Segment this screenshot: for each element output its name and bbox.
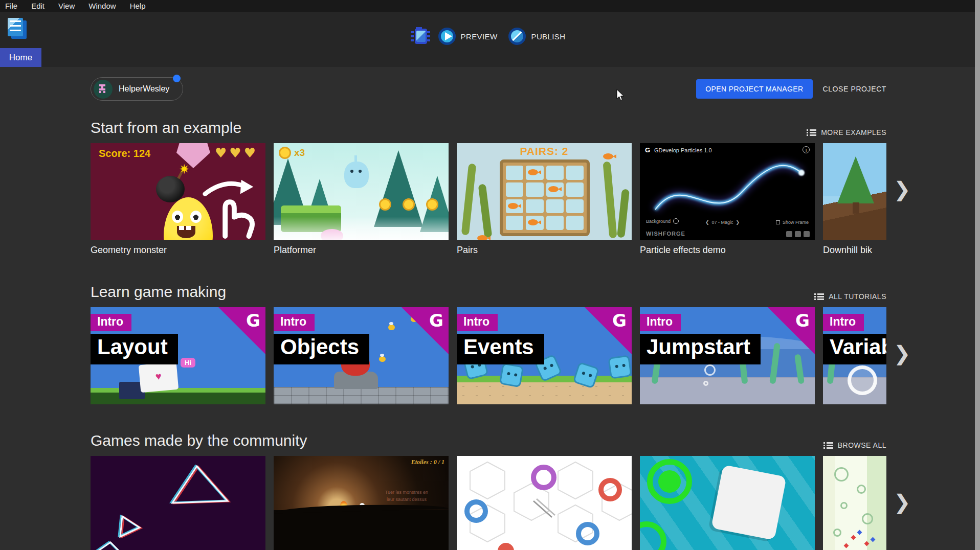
pairs-thumbnail: PAIRS: 2	[457, 143, 632, 240]
intro-badge: Intro	[91, 314, 131, 331]
play-icon	[438, 28, 456, 45]
example-card-geometry-monster[interactable]: Score: 124 ♥♥♥ ✷ Geometry monste	[91, 143, 265, 256]
show-frame-control: Show Frame	[776, 220, 809, 225]
tutorial-jumpstart-thumbnail: G Intro Jumpstart	[640, 307, 815, 404]
tutorial-card-layout[interactable]: ♥ Hi G Intro Layout	[91, 307, 265, 404]
list-icon	[823, 442, 833, 449]
tutorials-row: ♥ Hi G Intro Layout G	[91, 307, 980, 404]
card-label: Geometry monster	[91, 245, 265, 256]
laptop-graphic: ♥	[139, 362, 179, 393]
tutorial-card-events[interactable]: G Intro Events	[457, 307, 632, 404]
platformer-thumbnail: x3	[274, 143, 449, 240]
menu-bar: File Edit View Window Help	[0, 0, 980, 12]
white-square	[711, 465, 787, 540]
community-row: Etoiles : 0 / 1 Tuer les monstres en leu…	[91, 456, 980, 550]
community-card-2[interactable]: Etoiles : 0 / 1 Tuer les monstres en leu…	[274, 456, 449, 550]
section-title-tutorials: Learn game making	[91, 283, 226, 301]
gdevelop-g-icon: G	[795, 310, 810, 331]
more-examples-button[interactable]: MORE EXAMPLES	[807, 128, 886, 136]
tutorial-title: Objects	[274, 334, 369, 364]
particle-trail	[640, 143, 815, 240]
section-examples-header: Start from an example MORE EXAMPLES	[91, 119, 886, 136]
community-scroll-right-button[interactable]: ❯	[894, 492, 911, 512]
swipe-hand-icon	[198, 174, 263, 239]
hearts-icons: ♥♥♥	[215, 145, 258, 161]
publish-icon	[508, 28, 526, 45]
night-scene-thumbnail: Etoiles : 0 / 1 Tuer les monstres en leu…	[274, 456, 449, 550]
menu-window[interactable]: Window	[88, 2, 116, 10]
menu-help[interactable]: Help	[130, 2, 146, 10]
ghost-ring	[848, 365, 877, 395]
more-examples-label: MORE EXAMPLES	[821, 128, 886, 136]
notification-dot	[173, 75, 181, 82]
menu-view[interactable]: View	[58, 2, 75, 10]
community-card-3[interactable]	[457, 456, 632, 550]
tutorial-card-objects[interactable]: G Intro Objects	[274, 307, 449, 404]
menu-file[interactable]: File	[5, 2, 17, 10]
tutorial-card-variables[interactable]: +1 G Intro Variab	[823, 307, 886, 404]
card-label: Particle effects demo	[640, 245, 815, 256]
examples-scroll-right-button[interactable]: ❯	[894, 179, 911, 199]
user-profile-button[interactable]: HelperWesley	[91, 77, 183, 101]
bee-icon	[388, 325, 395, 330]
all-tutorials-button[interactable]: ALL TUTORIALS	[814, 292, 886, 301]
tutorial-events-thumbnail: G Intro Events	[457, 307, 632, 404]
example-card-particle-effects[interactable]: G GDevelop Particles 1.0 i Background ❮0…	[640, 143, 815, 256]
community-card-4[interactable]	[640, 456, 815, 550]
scene-selector: ❮07 - Magic❯	[705, 220, 740, 225]
tab-home[interactable]: Home	[0, 48, 41, 67]
username: HelperWesley	[119, 84, 169, 94]
card-label: Pairs	[457, 245, 632, 256]
examples-row: Score: 124 ♥♥♥ ✷ Geometry monste	[91, 143, 980, 256]
background-control: Background	[646, 218, 679, 224]
tutorial-variables-thumbnail: +1 G Intro Variab	[823, 307, 886, 404]
list-icon	[807, 129, 816, 136]
pairs-board	[500, 159, 590, 236]
bubbles-thumbnail	[823, 456, 886, 550]
rings-square-thumbnail	[640, 456, 815, 550]
close-project-button[interactable]: CLOSE PROJECT	[823, 85, 887, 93]
card-label: Downhill bik	[823, 245, 886, 256]
neon-triangles-thumbnail	[91, 456, 265, 550]
blue-character	[344, 162, 369, 188]
scrollbar[interactable]	[975, 0, 980, 550]
coin-icon	[279, 147, 291, 159]
tutorial-layout-thumbnail: ♥ Hi G Intro Layout	[91, 307, 265, 404]
preview-button[interactable]: PREVIEW	[438, 28, 498, 45]
coin-count: x3	[294, 147, 305, 158]
publish-button[interactable]: PUBLISH	[508, 28, 565, 45]
tutorial-title: Variab	[823, 334, 886, 364]
preview-label: PREVIEW	[461, 32, 498, 41]
intro-badge: Intro	[274, 314, 315, 331]
stars-counter: Etoiles : 0 / 1	[411, 459, 444, 466]
section-tutorials-header: Learn game making ALL TUTORIALS	[91, 283, 886, 301]
browse-all-button[interactable]: BROWSE ALL	[823, 441, 886, 449]
community-card-5[interactable]	[823, 456, 886, 550]
browse-all-label: BROWSE ALL	[838, 441, 886, 449]
avatar	[94, 80, 113, 99]
tutorial-card-jumpstart[interactable]: G Intro Jumpstart	[640, 307, 815, 404]
particles-thumbnail: G GDevelop Particles 1.0 i Background ❮0…	[640, 143, 815, 240]
intro-badge: Intro	[823, 314, 864, 331]
debug-icon	[415, 29, 427, 44]
downhill-thumbnail: G	[823, 143, 886, 240]
debug-button[interactable]	[415, 29, 427, 44]
social-icons	[786, 231, 810, 237]
community-card-1[interactable]	[91, 456, 265, 550]
example-card-platformer[interactable]: x3 Platformer	[274, 143, 449, 256]
toolbar: PREVIEW PUBLISH Home	[0, 12, 980, 67]
bee-icon	[379, 356, 386, 362]
wishforge-logo: WISHFORGE	[646, 231, 685, 237]
tutorials-scroll-right-button[interactable]: ❯	[894, 343, 911, 363]
tutorial-title: Layout	[91, 334, 178, 364]
hint-text: Tuer les monstres en leur sautant dessus	[385, 489, 428, 503]
example-card-pairs[interactable]: PAIRS: 2 Pairs	[457, 143, 632, 256]
gdevelop-g-icon: G	[246, 310, 260, 331]
example-card-downhill[interactable]: G Downhill bik	[823, 143, 886, 256]
menu-edit[interactable]: Edit	[31, 2, 44, 10]
tutorial-title: Events	[457, 334, 544, 364]
geometry-monster-thumbnail: Score: 124 ♥♥♥ ✷	[91, 143, 265, 240]
section-title-community: Games made by the community	[91, 432, 307, 449]
bomb-icon: ✷	[156, 176, 185, 202]
open-project-manager-button[interactable]: OPEN PROJECT MANAGER	[696, 79, 812, 99]
